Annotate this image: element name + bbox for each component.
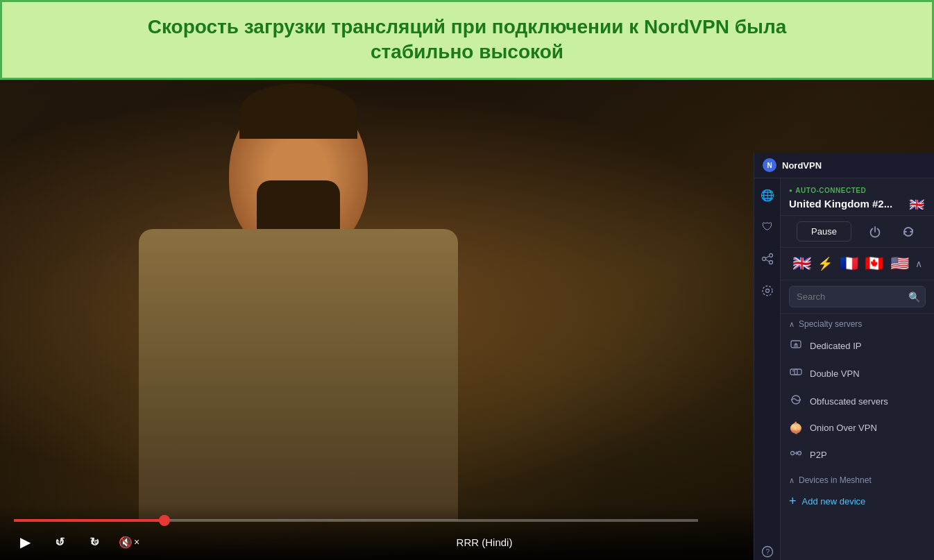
onion-label: Onion Over VPN — [810, 423, 877, 433]
add-device-label: Add new device — [802, 496, 866, 507]
rewind-button[interactable]: ↺ 10 — [49, 531, 71, 553]
video-player: 2:23:13 ▶ ↺ 10 ↻ 10 🔇 × RRR (Hindi) — [0, 76, 934, 560]
qc-ca-flag[interactable]: 🇨🇦 — [865, 255, 883, 273]
sidebar-item-globe[interactable]: 🌐 — [758, 185, 777, 205]
obfuscated-item[interactable]: Obfuscated servers — [781, 387, 934, 415]
specialty-title: Specialty servers — [799, 319, 862, 329]
mute-button[interactable]: 🔇 × — [118, 531, 140, 553]
quick-connect: 🇬🇧 ⚡ 🇫🇷 🇨🇦 🇺🇸 ∧ — [781, 248, 934, 280]
dedicated-ip-icon — [789, 338, 803, 353]
search-icon: 🔍 — [908, 291, 920, 303]
double-vpn-label: Double VPN — [810, 368, 860, 379]
progress-fill — [14, 519, 164, 522]
connection-name: United Kingdom #2... 🇬🇧 — [789, 197, 926, 210]
qc-more-chevron[interactable]: ∧ — [915, 258, 922, 269]
auto-connected-status: AUTO-CONNECTED — [789, 187, 926, 194]
nord-logo: N — [763, 158, 776, 172]
power-button[interactable] — [865, 222, 885, 241]
svg-point-21 — [799, 399, 801, 400]
meshnet-chevron[interactable]: ∧ — [789, 476, 795, 485]
panel-body: 🌐 🛡 — [754, 178, 934, 560]
banner-text: Скорость загрузки трансляций при подключ… — [16, 15, 918, 65]
obfuscated-label: Obfuscated servers — [810, 396, 888, 407]
svg-text:?: ? — [765, 548, 770, 556]
app-name: NordVPN — [782, 160, 822, 171]
person-figure — [69, 90, 555, 520]
search-input[interactable] — [789, 286, 926, 307]
search-container: 🔍 — [781, 280, 934, 314]
banner: Скорость загрузки трансляций при подключ… — [0, 0, 934, 80]
svg-line-7 — [765, 256, 769, 258]
double-vpn-icon — [789, 366, 803, 381]
svg-rect-17 — [795, 369, 801, 375]
banner-line2: стабильно высокой — [371, 41, 563, 62]
qc-us-flag[interactable]: 🇺🇸 — [890, 255, 909, 273]
meshnet-header: ∧ Devices in Meshnet — [781, 468, 934, 488]
person-body — [139, 229, 458, 520]
qc-fr-flag[interactable]: 🇫🇷 — [840, 255, 858, 273]
banner-line1: Скорость загрузки трансляций при подключ… — [148, 16, 787, 37]
qc-uk-flag[interactable]: 🇬🇧 — [792, 255, 811, 273]
connection-flag: 🇬🇧 — [909, 197, 926, 210]
specialty-servers-header: ∧ Specialty servers — [781, 314, 934, 332]
svg-point-6 — [769, 261, 772, 264]
progress-knob[interactable] — [159, 515, 170, 526]
connection-status: AUTO-CONNECTED United Kingdom #2... 🇬🇧 — [781, 178, 934, 216]
panel-header: N NordVPN — [754, 153, 934, 178]
meshnet-title: Devices in Meshnet — [799, 475, 872, 485]
svg-point-18 — [792, 371, 794, 372]
p2p-icon — [789, 447, 803, 462]
svg-point-4 — [762, 257, 765, 261]
svg-point-22 — [791, 452, 795, 455]
qc-fastest-button[interactable]: ⚡ — [817, 256, 833, 271]
forward-button[interactable]: ↻ 10 — [83, 531, 105, 553]
sidebar-item-settings[interactable] — [758, 281, 777, 300]
sidebar-icons: 🌐 🛡 — [754, 178, 781, 560]
person-hair — [239, 83, 357, 139]
sidebar-item-shield[interactable]: 🛡 — [758, 217, 777, 237]
svg-point-20 — [791, 399, 792, 400]
svg-point-9 — [765, 289, 769, 293]
progress-bar[interactable] — [14, 519, 698, 522]
obfuscated-icon — [789, 393, 803, 409]
svg-point-5 — [769, 254, 772, 257]
video-title: RRR (Hindi) — [153, 536, 816, 548]
dedicated-ip-item[interactable]: Dedicated IP — [781, 332, 934, 359]
play-icon: ▶ — [20, 534, 31, 550]
add-device-item[interactable]: + Add new device — [781, 488, 934, 515]
sidebar-item-nodes[interactable] — [758, 249, 777, 269]
pause-button[interactable]: Pause — [797, 221, 851, 241]
refresh-button[interactable] — [899, 222, 918, 241]
play-button[interactable]: ▶ — [14, 531, 36, 553]
pause-row: Pause — [781, 216, 934, 248]
svg-rect-16 — [790, 369, 797, 375]
dedicated-ip-label: Dedicated IP — [810, 341, 861, 351]
double-vpn-item[interactable]: Double VPN — [781, 359, 934, 387]
nordvpn-panel: N NordVPN 🌐 🛡 — [754, 153, 934, 560]
svg-point-10 — [763, 286, 772, 296]
onion-vpn-item[interactable]: 🧅 Onion Over VPN — [781, 415, 934, 441]
p2p-label: P2P — [810, 450, 827, 460]
onion-icon: 🧅 — [789, 421, 803, 434]
add-icon: + — [789, 494, 797, 509]
panel-main[interactable]: AUTO-CONNECTED United Kingdom #2... 🇬🇧 P… — [781, 178, 934, 560]
sidebar-item-help[interactable]: ? — [758, 542, 777, 560]
specialty-chevron[interactable]: ∧ — [789, 320, 795, 329]
svg-point-15 — [795, 343, 797, 346]
search-input-wrap: 🔍 — [789, 286, 926, 307]
p2p-item[interactable]: P2P — [781, 441, 934, 468]
svg-line-8 — [765, 260, 769, 262]
